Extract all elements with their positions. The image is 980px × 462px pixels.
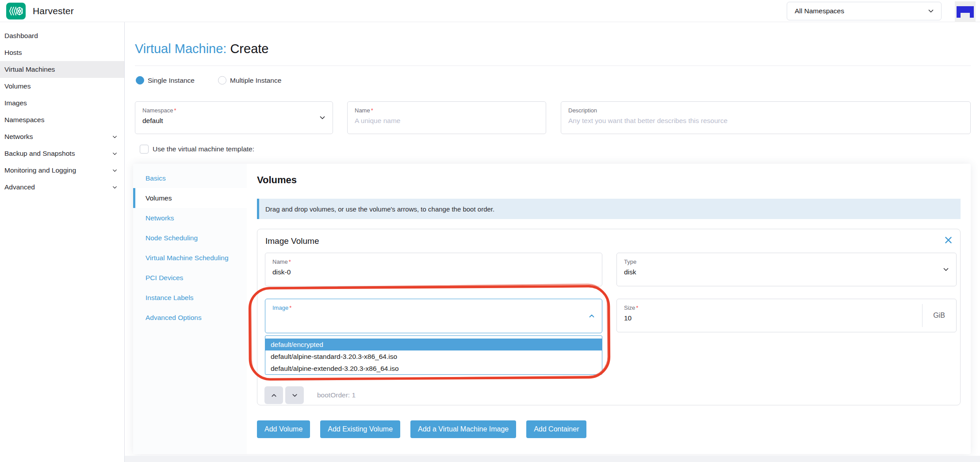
sidebar-item-advanced[interactable]: Advanced: [0, 179, 124, 196]
image-option-alpine-standard[interactable]: default/alpine-standard-3.20.3-x86_64.is…: [265, 350, 602, 362]
vm-name-input[interactable]: [355, 117, 539, 125]
chevron-up-icon: [588, 312, 596, 322]
image-volume-card: Image Volume Name* Type disk Image*: [257, 229, 961, 405]
namespace-value: default: [142, 117, 325, 125]
single-instance-label: Single Instance: [148, 77, 195, 85]
tab-label: Advanced Options: [145, 313, 202, 322]
add-container-button[interactable]: Add Container: [526, 420, 586, 438]
tab-basics[interactable]: Basics: [133, 168, 247, 188]
sidebar-item-networks[interactable]: Networks: [0, 128, 124, 145]
volumes-heading: Volumes: [257, 174, 297, 186]
volume-image-label: Image*: [272, 304, 595, 311]
sidebar-item-label: Backup and Snapshots: [4, 150, 75, 158]
sidebar-item-label: Namespaces: [4, 116, 44, 124]
chevron-down-icon: [111, 134, 118, 140]
required-mark: *: [371, 107, 373, 114]
multiple-instance-radio[interactable]: [218, 76, 226, 85]
chevron-down-icon: [111, 150, 118, 157]
tab-networks[interactable]: Networks: [133, 208, 247, 228]
volume-size-label: Size*: [624, 304, 915, 311]
volume-size-field: Size* GiB: [616, 299, 957, 332]
image-volume-card-title: Image Volume: [265, 236, 319, 246]
page-title: Virtual Machine:Create: [135, 42, 268, 56]
close-icon[interactable]: [944, 235, 953, 245]
user-avatar[interactable]: [955, 1, 976, 22]
tab-node-scheduling[interactable]: Node Scheduling: [133, 228, 247, 248]
move-volume-down-button[interactable]: [285, 386, 304, 404]
description-field: Description: [561, 101, 971, 134]
chevron-down-icon: [927, 7, 935, 15]
sidebar-item-label: Hosts: [4, 49, 22, 57]
brand-title: Harvester: [33, 6, 74, 16]
sidebar-item-monitoring-and-logging[interactable]: Monitoring and Logging: [0, 162, 124, 179]
volume-name-label: Name*: [272, 258, 595, 265]
volume-name-field: Name*: [265, 253, 602, 286]
banner-text: Drag and drop volumes, or use the volume…: [265, 205, 494, 213]
vm-config-panel: Basics Volumes Networks Node Scheduling …: [133, 164, 971, 454]
tab-volumes[interactable]: Volumes: [133, 188, 247, 208]
volume-image-select[interactable]: Image*: [265, 299, 602, 333]
sidebar-item-dashboard[interactable]: Dashboard: [0, 27, 124, 44]
header-right: All Namespaces: [787, 0, 976, 22]
namespace-filter-select[interactable]: All Namespaces: [787, 2, 942, 20]
vm-template-checkbox[interactable]: [140, 145, 149, 154]
harvester-logo-icon[interactable]: [6, 3, 26, 19]
harvester-app: Harvester All Namespaces Dashboard Hosts: [0, 0, 980, 462]
main-content: Virtual Machine:Create Single Instance M…: [125, 22, 980, 462]
sidebar-item-hosts[interactable]: Hosts: [0, 44, 124, 61]
volume-type-select[interactable]: Type disk: [616, 253, 957, 286]
tab-advanced-options[interactable]: Advanced Options: [133, 308, 247, 327]
chevron-down-icon: [111, 167, 118, 174]
sidebar-item-backup-and-snapshots[interactable]: Backup and Snapshots: [0, 145, 124, 162]
sidebar-item-label: Networks: [4, 133, 33, 141]
tab-virtual-machine-scheduling[interactable]: Virtual Machine Scheduling: [133, 248, 247, 268]
image-options-dropdown: default/encrypted default/alpine-standar…: [265, 335, 602, 375]
tab-label: Basics: [145, 174, 166, 182]
add-virtual-machine-image-button[interactable]: Add a Virtual Machine Image: [410, 420, 516, 438]
volume-type-value: disk: [624, 268, 949, 276]
required-mark: *: [289, 304, 291, 311]
required-mark: *: [289, 258, 291, 265]
boot-order-controls: bootOrder: 1: [264, 386, 356, 404]
required-mark: *: [174, 107, 176, 114]
config-tab-column: Basics Volumes Networks Node Scheduling …: [133, 164, 247, 454]
image-option-encrypted[interactable]: default/encrypted: [265, 339, 602, 350]
page-title-action: Create: [230, 42, 268, 56]
sidebar-item-images[interactable]: Images: [0, 95, 124, 112]
volume-name-input[interactable]: [272, 268, 595, 276]
vm-name-label: Name*: [355, 107, 539, 114]
sidebar-item-volumes[interactable]: Volumes: [0, 78, 124, 95]
sidebar-item-label: Volumes: [4, 82, 31, 90]
namespace-label: Namespace*: [142, 107, 325, 114]
single-instance-radio[interactable]: [136, 76, 144, 85]
volume-type-label: Type: [624, 258, 949, 265]
chevron-down-icon: [111, 184, 118, 191]
volume-size-unit: GiB: [922, 299, 956, 332]
sidebar-item-virtual-machines[interactable]: Virtual Machines: [0, 61, 124, 78]
sidebar-item-label: Dashboard: [4, 32, 38, 40]
top-header: Harvester All Namespaces: [0, 0, 980, 22]
tab-pci-devices[interactable]: PCI Devices: [133, 268, 247, 288]
tab-label: Virtual Machine Scheduling: [145, 254, 234, 262]
volume-size-input[interactable]: [624, 314, 915, 322]
add-volume-button[interactable]: Add Volume: [257, 420, 310, 438]
add-existing-volume-button[interactable]: Add Existing Volume: [320, 420, 400, 438]
description-input[interactable]: [568, 117, 963, 125]
vm-name-field: Name*: [347, 101, 546, 134]
tab-label: PCI Devices: [145, 273, 183, 282]
page-title-resource: Virtual Machine:: [135, 42, 226, 56]
page-bottom-strip: [125, 456, 980, 462]
boot-order-info-banner: Drag and drop volumes, or use the volume…: [257, 199, 961, 219]
main-sidebar: Dashboard Hosts Virtual Machines Volumes…: [0, 22, 125, 462]
chevron-down-icon: [942, 266, 950, 275]
sidebar-item-label: Images: [4, 99, 27, 107]
tab-instance-labels[interactable]: Instance Labels: [133, 288, 247, 308]
namespace-select[interactable]: Namespace* default: [135, 101, 333, 134]
tab-label: Instance Labels: [145, 293, 194, 302]
image-option-alpine-extended[interactable]: default/alpine-extended-3.20.3-x86_64.is…: [265, 362, 602, 374]
vm-template-checkbox-label: Use the virtual machine template:: [153, 145, 254, 153]
required-mark: *: [636, 304, 638, 311]
sidebar-item-namespaces[interactable]: Namespaces: [0, 112, 124, 128]
move-volume-up-button[interactable]: [264, 386, 283, 404]
tab-label: Networks: [145, 214, 174, 222]
